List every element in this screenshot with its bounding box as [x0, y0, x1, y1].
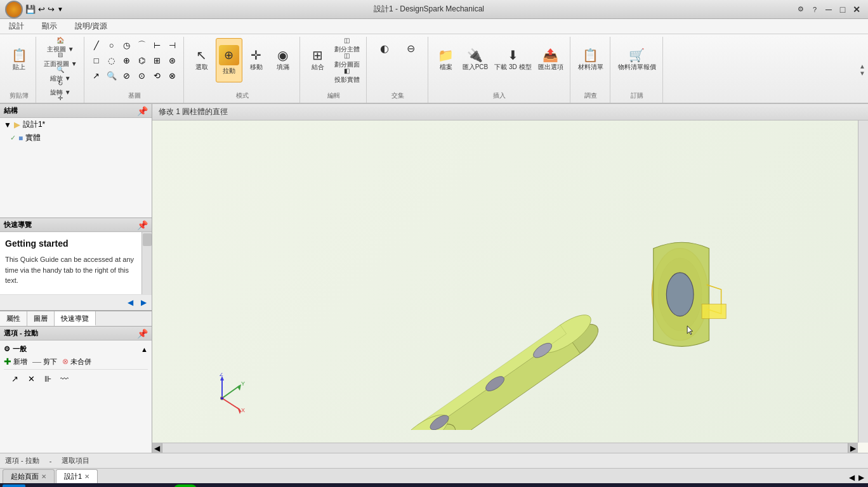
base-tool-16[interactable]: ⊙ — [135, 68, 149, 82]
quickaccess-undo[interactable]: ↩ — [38, 4, 45, 14]
taskbar-photos[interactable]: 🖼 — [439, 484, 462, 487]
base-tool-3[interactable]: ◷ — [120, 38, 134, 52]
ribbon-btn-file[interactable]: 📁 檔案 — [433, 38, 459, 82]
btm-tab-design[interactable]: 設計1 ✕ — [56, 469, 98, 483]
btm-tab-home[interactable]: 起始頁面 ✕ — [3, 469, 55, 483]
start-button[interactable]: ⊞ — [3, 484, 25, 487]
ribbon-btn-bom[interactable]: 📋 材料清單 — [575, 38, 606, 82]
viewport[interactable]: 修改 1 圓柱體的直徑 — [152, 104, 868, 453]
window-minimize-button[interactable]: ─ — [822, 3, 835, 16]
taskbar-excel[interactable]: 📊 — [270, 484, 293, 487]
ribbon-scroll-up[interactable]: ▲ — [859, 63, 865, 70]
base-tool-8[interactable]: ◌ — [105, 53, 119, 67]
guide-pin-icon[interactable]: 📌 — [137, 220, 148, 230]
base-tool-6[interactable]: ⊣ — [166, 38, 180, 52]
taskbar-edge[interactable]: 🌐 — [126, 484, 148, 487]
taskbar-task-view[interactable]: 🗔 — [53, 484, 76, 487]
scrollbar-right-arrow[interactable]: ▶ — [848, 443, 858, 453]
ribbon-btn-move[interactable]: ✛ 移動 — [244, 38, 269, 82]
base-tool-14[interactable]: 🔍 — [105, 68, 119, 82]
base-tool-5[interactable]: ⊢ — [150, 38, 164, 52]
taskbar-mail[interactable]: ✉ — [102, 484, 124, 487]
base-tool-2[interactable]: ○ — [105, 38, 119, 52]
menu-view[interactable]: 顯示 — [38, 20, 61, 33]
ribbon-btn-split-body[interactable]: ◫ 劃分主體 — [332, 38, 362, 52]
options-pin-icon[interactable]: 📌 — [137, 328, 148, 339]
tab-properties[interactable]: 屬性 — [0, 311, 27, 326]
ribbon-btn-fill[interactable]: ◉ 填滿 — [270, 38, 296, 82]
guide-next-btn[interactable]: ▶ — [138, 297, 149, 308]
window-close-button[interactable]: ✕ — [850, 3, 863, 16]
canvas-area[interactable]: Z Y X — [152, 120, 858, 443]
window-maximize-button[interactable]: □ — [836, 3, 849, 16]
ribbon-btn-home-view[interactable]: 🏠 主視圖 ▼ — [41, 38, 80, 52]
bottom-nav-left[interactable]: ◀ — [848, 472, 856, 483]
base-tool-12[interactable]: ⊛ — [166, 53, 180, 67]
scrollbar-left-arrow[interactable]: ◀ — [152, 443, 162, 453]
taskbar-word[interactable]: 📝 — [294, 484, 317, 487]
opt-tb-btn-2[interactable]: ✕ — [24, 372, 38, 386]
taskbar-ds[interactable]: 🔶 — [319, 484, 341, 487]
taskbar-calendar[interactable]: 📅 — [150, 484, 173, 487]
window-settings-icon[interactable]: ⚙ — [794, 3, 807, 16]
btm-tab-design-close[interactable]: ✕ — [84, 473, 89, 480]
structure-pin-icon[interactable]: 📌 — [137, 106, 148, 116]
base-tool-1[interactable]: ╱ — [89, 38, 103, 52]
viewport-scrollbar-right[interactable] — [858, 120, 868, 443]
options-collapse-icon[interactable]: ▲ — [141, 346, 148, 353]
opt-tb-btn-3[interactable]: ⊪ — [41, 372, 55, 386]
taskbar-settings[interactable]: ⚙ — [391, 484, 414, 487]
base-tool-9[interactable]: ⊕ — [120, 53, 134, 67]
taskbar-chrome[interactable]: 🔵 — [198, 484, 221, 487]
ribbon-btn-rotate[interactable]: ↻ 旋轉 ▼ — [48, 81, 74, 95]
ribbon-btn-pull[interactable]: ⊕ 拉動 — [216, 38, 242, 82]
base-tool-13[interactable]: ↗ — [89, 68, 103, 82]
opt-tb-btn-1[interactable]: ↗ — [8, 372, 22, 386]
taskbar-music[interactable]: 🎵 — [246, 484, 269, 487]
ribbon-btn-select[interactable]: ↖ 選取 — [189, 38, 214, 82]
ribbon-btn-download-3d[interactable]: ⬇ 下載 3D 模型 — [492, 38, 534, 82]
ribbon-btn-import-pcb[interactable]: 🔌 匯入PCB — [460, 38, 491, 82]
taskbar-gmail[interactable]: 📧 — [222, 484, 245, 487]
tab-quickguide[interactable]: 快速導覽 — [55, 311, 96, 326]
guide-scrollbar[interactable] — [141, 232, 152, 294]
move-icon: ✛ — [251, 49, 261, 62]
taskbar-search[interactable]: 🔍 — [27, 484, 52, 487]
ribbon-btn-paste[interactable]: 📋 貼上 — [6, 38, 32, 82]
base-tool-4[interactable]: ⌒ — [135, 38, 149, 52]
viewport-scrollbar-bottom[interactable]: ◀ ▶ — [152, 443, 858, 453]
window-question-icon[interactable]: ? — [808, 3, 821, 16]
ribbon-btn-combine[interactable]: ⊞ 結合 — [305, 38, 331, 82]
base-tool-11[interactable]: ⊞ — [150, 53, 164, 67]
guide-prev-btn[interactable]: ◀ — [125, 297, 136, 308]
ribbon-btn-intersect2[interactable]: ⊖ — [398, 38, 424, 58]
bottom-nav-right[interactable]: ▶ — [857, 472, 865, 483]
ribbon-btn-quote[interactable]: 🛒 物料清單報價 — [615, 38, 659, 82]
quickaccess-redo[interactable]: ↪ — [48, 4, 55, 14]
ribbon-scroll-down[interactable]: ▼ — [859, 70, 865, 77]
base-tool-18[interactable]: ⊗ — [166, 68, 180, 82]
ribbon-btn-intersect1[interactable]: ◐ — [372, 38, 397, 58]
tree-item-solid[interactable]: ✓ ■ 實體 — [0, 131, 152, 145]
taskbar-app2[interactable]: 🟧 — [367, 484, 390, 487]
taskbar-explorer[interactable]: 📁 — [77, 484, 100, 487]
quickaccess-save[interactable]: 💾 — [25, 4, 36, 14]
ribbon-btn-project-solid[interactable]: ◧ 投影實體 — [332, 68, 362, 82]
ribbon-btn-front-view[interactable]: ⊟ 正面視圖 ▼ — [41, 53, 80, 67]
base-tool-7[interactable]: □ — [89, 53, 103, 67]
taskbar-app1[interactable]: 🟥 — [343, 484, 365, 487]
tab-layers[interactable]: 圖層 — [27, 311, 55, 326]
ribbon-btn-export[interactable]: 📤 匯出選項 — [536, 38, 566, 82]
opt-tb-btn-4[interactable]: 〰 — [57, 372, 71, 386]
btm-tab-home-close[interactable]: ✕ — [41, 473, 46, 480]
menu-help[interactable]: 說明/資源 — [71, 20, 111, 33]
base-tool-10[interactable]: ⌬ — [135, 53, 149, 67]
base-tool-15[interactable]: ⊘ — [120, 68, 134, 82]
tree-item-design[interactable]: ▼ ▶ 設計1* — [0, 118, 152, 131]
ribbon-btn-split-face[interactable]: ◫ 劃分圖面 — [332, 53, 362, 67]
base-tool-17[interactable]: ⟲ — [150, 68, 164, 82]
taskbar-line[interactable]: 💬 — [174, 484, 197, 487]
quickaccess-dropdown[interactable]: ▼ — [57, 6, 63, 13]
menu-design[interactable]: 設計 — [5, 20, 28, 33]
taskbar-phone[interactable]: 📱 — [415, 484, 438, 487]
